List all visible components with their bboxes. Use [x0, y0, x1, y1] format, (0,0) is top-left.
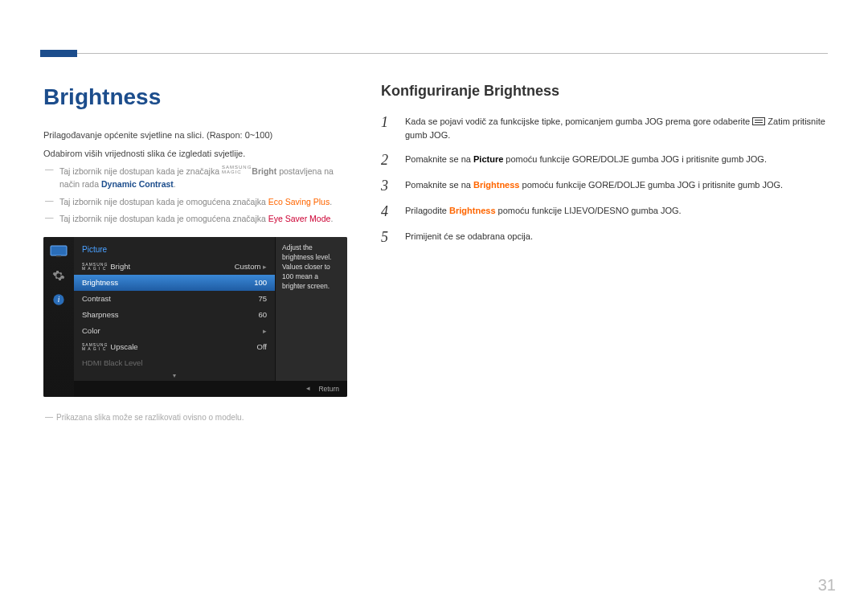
- step-number: 3: [381, 178, 392, 193]
- svg-rect-0: [51, 246, 67, 255]
- osd-footer: ◂ Return: [74, 381, 347, 397]
- osd-title: Picture: [74, 237, 275, 259]
- osd-row-value: 100: [254, 277, 267, 288]
- osd-row-label: Sharpness: [82, 309, 118, 321]
- page-title: Brightness: [43, 80, 349, 114]
- step-item: 5Primijenit će se odabrana opcija.: [381, 230, 828, 244]
- settings-tab-icon: [50, 269, 68, 282]
- step-item: 1Kada se pojavi vodič za funkcijske tipk…: [381, 115, 828, 141]
- menu-icon: [752, 117, 765, 125]
- step-item: 4Prilagodite Brightness pomoću funkcije …: [381, 204, 828, 219]
- step-text: Kada se pojavi vodič za funkcijske tipke…: [405, 115, 828, 141]
- step-number: 5: [381, 230, 392, 244]
- step-number: 4: [381, 204, 392, 219]
- section-heading: Konfiguriranje Brightness: [381, 80, 828, 102]
- step-highlight: Brightness: [449, 206, 495, 215]
- step-highlight: Picture: [473, 154, 503, 164]
- osd-tab-bar: i: [43, 237, 74, 397]
- info-tab-icon: i: [50, 293, 68, 306]
- osd-screenshot: i Picture SAMSUNGM A G I CBrightCustom ▸…: [43, 237, 347, 397]
- osd-menu-row: SAMSUNGM A G I CUpscaleOff: [74, 339, 275, 355]
- step-number: 1: [381, 115, 392, 129]
- osd-row-value: 75: [258, 293, 267, 304]
- osd-menu-row: Color▸: [74, 323, 275, 339]
- svg-rect-1: [56, 255, 61, 257]
- left-caret-icon: ◂: [306, 383, 310, 394]
- picture-tab-icon: [50, 245, 68, 258]
- osd-row-label: HDMI Black Level: [82, 358, 143, 369]
- intro-line-2: Odabirom viših vrijednosti slika će izgl…: [43, 147, 349, 161]
- osd-row-value: Custom ▸: [235, 261, 267, 273]
- osd-row-value: 60: [258, 309, 267, 321]
- note-eye-saver: Taj izbornik nije dostupan kada je omogu…: [43, 213, 349, 226]
- note-dynamic-contrast: Taj izbornik nije dostupan kada je znača…: [43, 165, 349, 191]
- osd-row-value: Off: [257, 341, 268, 353]
- osd-menu-row: Sharpness60: [74, 307, 275, 323]
- step-text: Pomaknite se na Brightness pomoću funkci…: [405, 178, 783, 192]
- osd-menu-row: HDMI Black Level: [74, 355, 275, 371]
- osd-row-label: Brightness: [82, 277, 118, 288]
- step-text: Primijenit će se odabrana opcija.: [405, 230, 533, 243]
- return-label: Return: [318, 384, 339, 394]
- samsung-magic-prefix: SAMSUNGM A G I C: [82, 343, 108, 351]
- step-highlight: Brightness: [473, 180, 519, 190]
- svg-text:i: i: [58, 296, 60, 304]
- osd-row-label: SAMSUNGM A G I CUpscale: [82, 341, 138, 353]
- intro-line-1: Prilagođavanje općenite svjetline na sli…: [43, 129, 349, 142]
- step-text: Pomaknite se na Picture pomoću funkcije …: [405, 153, 767, 166]
- osd-row-label: Contrast: [82, 293, 111, 304]
- osd-row-label: SAMSUNGM A G I CBright: [82, 261, 130, 272]
- samsung-magic-label: SAMSUNGMAGIC: [222, 165, 252, 174]
- osd-menu-row: Brightness100: [74, 275, 275, 291]
- osd-help-text: Adjust the brightness level. Values clos…: [275, 237, 347, 381]
- osd-row-label: Color: [82, 325, 100, 337]
- step-item: 3Pomaknite se na Brightness pomoću funkc…: [381, 178, 828, 193]
- step-text: Prilagodite Brightness pomoću funkcije L…: [405, 204, 682, 218]
- osd-menu-row: SAMSUNGM A G I CBrightCustom ▸: [74, 259, 275, 275]
- steps-list: 1Kada se pojavi vodič za funkcijske tipk…: [381, 115, 828, 244]
- screenshot-caption: Prikazana slika može se razlikovati ovis…: [43, 411, 349, 423]
- osd-menu-row: Contrast75: [74, 291, 275, 307]
- step-item: 2Pomaknite se na Picture pomoću funkcije…: [381, 153, 828, 167]
- osd-row-value: ▸: [263, 325, 267, 337]
- step-number: 2: [381, 153, 392, 167]
- page-number: 31: [818, 573, 836, 597]
- note-eco-saving: Taj izbornik nije dostupan kada je omogu…: [43, 196, 349, 209]
- samsung-magic-prefix: SAMSUNGM A G I C: [82, 263, 108, 271]
- scroll-down-icon: ▾: [74, 371, 275, 381]
